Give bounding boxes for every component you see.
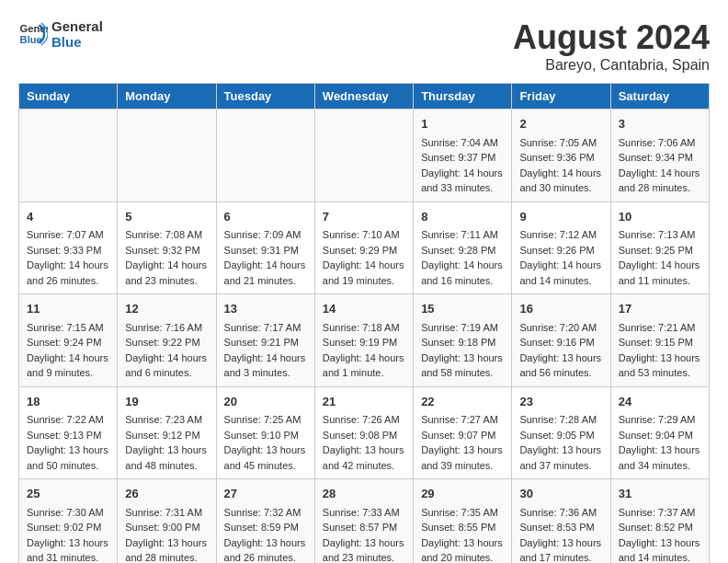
logo: General Blue General Blue bbox=[18, 18, 103, 50]
calendar-cell: 31Sunrise: 7:37 AM Sunset: 8:52 PM Dayli… bbox=[610, 479, 709, 564]
day-number: 8 bbox=[421, 208, 504, 226]
day-number: 21 bbox=[323, 393, 405, 411]
cell-content: Sunrise: 7:35 AM Sunset: 8:55 PM Dayligh… bbox=[421, 505, 504, 564]
calendar-cell: 25Sunrise: 7:30 AM Sunset: 9:02 PM Dayli… bbox=[19, 479, 118, 564]
day-number: 2 bbox=[519, 115, 602, 133]
logo-icon: General Blue bbox=[18, 19, 48, 49]
cell-content: Sunrise: 7:16 AM Sunset: 9:22 PM Dayligh… bbox=[125, 320, 208, 381]
day-number: 10 bbox=[619, 208, 701, 226]
day-number: 31 bbox=[619, 485, 701, 503]
calendar-cell: 19Sunrise: 7:23 AM Sunset: 9:12 PM Dayli… bbox=[118, 386, 216, 479]
calendar-cell: 23Sunrise: 7:28 AM Sunset: 9:05 PM Dayli… bbox=[512, 386, 610, 479]
calendar-cell: 24Sunrise: 7:29 AM Sunset: 9:04 PM Dayli… bbox=[610, 386, 709, 479]
cell-content: Sunrise: 7:06 AM Sunset: 9:34 PM Dayligh… bbox=[619, 135, 701, 196]
cell-content: Sunrise: 7:26 AM Sunset: 9:08 PM Dayligh… bbox=[323, 412, 405, 473]
weekday-header-wednesday: Wednesday bbox=[314, 84, 413, 109]
calendar-cell bbox=[19, 109, 118, 202]
day-number: 23 bbox=[519, 393, 602, 411]
cell-content: Sunrise: 7:22 AM Sunset: 9:13 PM Dayligh… bbox=[27, 412, 109, 473]
cell-content: Sunrise: 7:21 AM Sunset: 9:15 PM Dayligh… bbox=[619, 320, 701, 381]
cell-content: Sunrise: 7:15 AM Sunset: 9:24 PM Dayligh… bbox=[27, 320, 109, 381]
day-number: 16 bbox=[519, 300, 602, 318]
calendar-cell: 15Sunrise: 7:19 AM Sunset: 9:18 PM Dayli… bbox=[414, 294, 512, 387]
cell-content: Sunrise: 7:36 AM Sunset: 8:53 PM Dayligh… bbox=[519, 505, 602, 564]
week-row-1: 1Sunrise: 7:04 AM Sunset: 9:37 PM Daylig… bbox=[19, 109, 710, 202]
cell-content: Sunrise: 7:12 AM Sunset: 9:26 PM Dayligh… bbox=[519, 227, 602, 288]
day-number: 29 bbox=[421, 485, 504, 503]
day-number: 13 bbox=[224, 300, 307, 318]
calendar-cell: 12Sunrise: 7:16 AM Sunset: 9:22 PM Dayli… bbox=[118, 294, 216, 387]
calendar-cell: 26Sunrise: 7:31 AM Sunset: 9:00 PM Dayli… bbox=[118, 479, 216, 564]
week-row-4: 18Sunrise: 7:22 AM Sunset: 9:13 PM Dayli… bbox=[19, 386, 710, 479]
day-number: 11 bbox=[27, 300, 109, 318]
cell-content: Sunrise: 7:17 AM Sunset: 9:21 PM Dayligh… bbox=[224, 320, 307, 381]
calendar-cell: 28Sunrise: 7:33 AM Sunset: 8:57 PM Dayli… bbox=[314, 479, 413, 564]
calendar-cell: 18Sunrise: 7:22 AM Sunset: 9:13 PM Dayli… bbox=[19, 386, 118, 479]
logo-line1: General bbox=[51, 18, 103, 34]
cell-content: Sunrise: 7:13 AM Sunset: 9:25 PM Dayligh… bbox=[619, 227, 701, 288]
weekday-header-saturday: Saturday bbox=[610, 84, 709, 109]
day-number: 26 bbox=[125, 485, 208, 503]
calendar-cell: 22Sunrise: 7:27 AM Sunset: 9:07 PM Dayli… bbox=[414, 386, 512, 479]
cell-content: Sunrise: 7:30 AM Sunset: 9:02 PM Dayligh… bbox=[27, 505, 109, 564]
svg-text:Blue: Blue bbox=[20, 34, 42, 45]
cell-content: Sunrise: 7:07 AM Sunset: 9:33 PM Dayligh… bbox=[27, 227, 109, 288]
calendar-cell bbox=[118, 109, 216, 202]
calendar-cell: 9Sunrise: 7:12 AM Sunset: 9:26 PM Daylig… bbox=[512, 201, 610, 294]
cell-content: Sunrise: 7:18 AM Sunset: 9:19 PM Dayligh… bbox=[323, 320, 405, 381]
calendar-cell: 10Sunrise: 7:13 AM Sunset: 9:25 PM Dayli… bbox=[610, 201, 709, 294]
calendar-cell: 13Sunrise: 7:17 AM Sunset: 9:21 PM Dayli… bbox=[216, 294, 314, 387]
calendar-cell bbox=[216, 109, 314, 202]
day-number: 14 bbox=[323, 300, 405, 318]
cell-content: Sunrise: 7:05 AM Sunset: 9:36 PM Dayligh… bbox=[519, 135, 602, 196]
calendar-table: SundayMondayTuesdayWednesdayThursdayFrid… bbox=[18, 83, 710, 563]
weekday-header-tuesday: Tuesday bbox=[216, 84, 314, 109]
day-number: 3 bbox=[619, 115, 701, 133]
calendar-cell bbox=[314, 109, 413, 202]
weekday-header-thursday: Thursday bbox=[414, 84, 512, 109]
title-block: August 2024 Bareyo, Cantabria, Spain bbox=[513, 18, 710, 74]
day-number: 9 bbox=[519, 208, 602, 226]
cell-content: Sunrise: 7:20 AM Sunset: 9:16 PM Dayligh… bbox=[519, 320, 602, 381]
page-header: General Blue General Blue August 2024 Ba… bbox=[18, 18, 710, 74]
calendar-cell: 11Sunrise: 7:15 AM Sunset: 9:24 PM Dayli… bbox=[19, 294, 118, 387]
day-number: 5 bbox=[125, 208, 208, 226]
cell-content: Sunrise: 7:09 AM Sunset: 9:31 PM Dayligh… bbox=[224, 227, 307, 288]
calendar-cell: 27Sunrise: 7:32 AM Sunset: 8:59 PM Dayli… bbox=[216, 479, 314, 564]
cell-content: Sunrise: 7:32 AM Sunset: 8:59 PM Dayligh… bbox=[224, 505, 307, 564]
weekday-header-monday: Monday bbox=[118, 84, 216, 109]
day-number: 30 bbox=[519, 485, 602, 503]
cell-content: Sunrise: 7:29 AM Sunset: 9:04 PM Dayligh… bbox=[619, 412, 701, 473]
day-number: 24 bbox=[619, 393, 701, 411]
day-number: 12 bbox=[125, 300, 208, 318]
cell-content: Sunrise: 7:23 AM Sunset: 9:12 PM Dayligh… bbox=[125, 412, 208, 473]
calendar-cell: 16Sunrise: 7:20 AM Sunset: 9:16 PM Dayli… bbox=[512, 294, 610, 387]
calendar-cell: 8Sunrise: 7:11 AM Sunset: 9:28 PM Daylig… bbox=[414, 201, 512, 294]
day-number: 22 bbox=[421, 393, 504, 411]
day-number: 1 bbox=[421, 115, 504, 133]
week-row-5: 25Sunrise: 7:30 AM Sunset: 9:02 PM Dayli… bbox=[19, 479, 710, 564]
cell-content: Sunrise: 7:11 AM Sunset: 9:28 PM Dayligh… bbox=[421, 227, 504, 288]
day-number: 17 bbox=[619, 300, 701, 318]
day-number: 18 bbox=[27, 393, 109, 411]
day-number: 4 bbox=[27, 208, 109, 226]
calendar-cell: 29Sunrise: 7:35 AM Sunset: 8:55 PM Dayli… bbox=[414, 479, 512, 564]
calendar-cell: 1Sunrise: 7:04 AM Sunset: 9:37 PM Daylig… bbox=[414, 109, 512, 202]
calendar-cell: 21Sunrise: 7:26 AM Sunset: 9:08 PM Dayli… bbox=[314, 386, 413, 479]
calendar-cell: 17Sunrise: 7:21 AM Sunset: 9:15 PM Dayli… bbox=[610, 294, 709, 387]
calendar-cell: 14Sunrise: 7:18 AM Sunset: 9:19 PM Dayli… bbox=[314, 294, 413, 387]
day-number: 6 bbox=[224, 208, 307, 226]
cell-content: Sunrise: 7:33 AM Sunset: 8:57 PM Dayligh… bbox=[323, 505, 405, 564]
week-row-2: 4Sunrise: 7:07 AM Sunset: 9:33 PM Daylig… bbox=[19, 201, 710, 294]
cell-content: Sunrise: 7:08 AM Sunset: 9:32 PM Dayligh… bbox=[125, 227, 208, 288]
cell-content: Sunrise: 7:10 AM Sunset: 9:29 PM Dayligh… bbox=[323, 227, 405, 288]
day-number: 27 bbox=[224, 485, 307, 503]
logo-line2: Blue bbox=[51, 34, 103, 50]
day-number: 25 bbox=[27, 485, 109, 503]
cell-content: Sunrise: 7:37 AM Sunset: 8:52 PM Dayligh… bbox=[619, 505, 701, 564]
subtitle: Bareyo, Cantabria, Spain bbox=[513, 57, 710, 74]
day-number: 15 bbox=[421, 300, 504, 318]
day-number: 7 bbox=[323, 208, 405, 226]
calendar-cell: 6Sunrise: 7:09 AM Sunset: 9:31 PM Daylig… bbox=[216, 201, 314, 294]
calendar-cell: 4Sunrise: 7:07 AM Sunset: 9:33 PM Daylig… bbox=[19, 201, 118, 294]
